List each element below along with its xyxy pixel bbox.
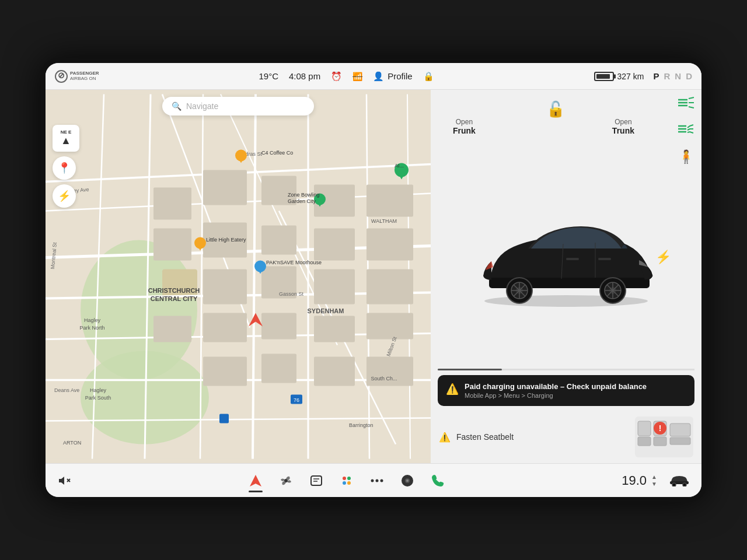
gear-d[interactable]: D	[686, 71, 692, 81]
search-placeholder: Navigate	[186, 102, 218, 111]
svg-rect-41	[366, 270, 413, 304]
car-icon	[669, 473, 690, 487]
alert-subtitle: Mobile App > Menu > Charging	[465, 392, 686, 399]
frunk-open-label: Open	[453, 118, 476, 126]
gear-selector: P R N D	[653, 71, 692, 81]
battery-range: 327 km	[617, 72, 644, 81]
temp-down-arrow[interactable]: ▼	[651, 481, 657, 487]
svg-rect-29	[203, 270, 247, 304]
info-icon	[309, 474, 323, 488]
screen-outer: ⊘ PASSENGER AIRBAG ON 19°C 4:08 pm ⏰ 📶 👤…	[41, 58, 706, 502]
svg-point-131	[375, 479, 378, 482]
airbag-info: ⊘ PASSENGER AIRBAG ON	[55, 70, 99, 83]
mute-button[interactable]	[57, 474, 71, 488]
svg-text:Gasson St: Gasson St	[279, 291, 304, 297]
screen-inner: ⊘ PASSENGER AIRBAG ON 19°C 4:08 pm ⏰ 📶 👤…	[46, 63, 701, 497]
mute-icon	[57, 474, 71, 488]
lock-icon[interactable]: 🔒	[423, 71, 434, 82]
map-svg: CHRISTCHURCH CENTRAL CITY SYDENHAM Hagle…	[46, 90, 431, 463]
car-image-area: ⚡	[431, 153, 701, 369]
svg-marker-118	[59, 477, 64, 485]
svg-text:Garden City: Garden City	[288, 198, 316, 204]
map-wrapper: CHRISTCHURCH CENTRAL CITY SYDENHAM Hagle…	[46, 90, 431, 463]
svg-point-127	[347, 477, 351, 480]
taskbar-left	[57, 474, 71, 488]
alarm-icon: ⏰	[331, 71, 342, 82]
svg-text:C4 Coffee Co: C4 Coffee Co	[261, 150, 293, 156]
svg-rect-22	[203, 170, 247, 205]
svg-rect-108	[566, 258, 579, 260]
svg-text:SYDENHAM: SYDENHAM	[308, 307, 344, 314]
profile-button[interactable]: 👤 Profile	[373, 71, 413, 82]
svg-rect-109	[598, 258, 611, 260]
seat-diagram-svg: !	[635, 416, 693, 457]
headlights-control[interactable]	[678, 97, 694, 111]
phone-icon	[431, 474, 445, 488]
apps-icon	[340, 474, 354, 488]
more-button[interactable]	[370, 478, 384, 483]
car-controls-row: Open Frunk 🔓 Open Trunk	[431, 90, 701, 118]
car-status-icon[interactable]	[669, 473, 690, 489]
svg-rect-37	[261, 354, 296, 383]
gear-r[interactable]: R	[664, 71, 670, 81]
svg-rect-39	[366, 185, 413, 217]
frunk-area: Open Frunk	[453, 118, 476, 135]
alert-title: Paid charging unavailable – Check unpaid…	[465, 382, 686, 391]
camera-button[interactable]	[400, 474, 414, 488]
svg-text:ARTON: ARTON	[63, 440, 81, 446]
svg-text:Park North: Park North	[79, 325, 104, 331]
fan-button[interactable]	[279, 474, 293, 488]
svg-point-129	[347, 481, 351, 485]
seatbelt-warning-text: Fasten Seatbelt	[456, 432, 629, 442]
svg-text:PAK'nSAVE Moorhouse: PAK'nSAVE Moorhouse	[266, 260, 322, 265]
info-button[interactable]	[309, 474, 323, 488]
navigation-button[interactable]	[249, 474, 263, 488]
svg-text:Hagley: Hagley	[90, 387, 107, 393]
svg-rect-110	[638, 421, 651, 436]
airbag-text: PASSENGER AIRBAG ON	[70, 71, 99, 82]
charge-progress-bar	[438, 369, 694, 370]
map-lightning-button[interactable]: ⚡	[53, 184, 76, 208]
charge-port-icon: ⚡	[655, 250, 671, 265]
svg-line-86	[689, 107, 694, 108]
map-location-button[interactable]: 📍	[53, 156, 76, 180]
temp-up-arrow[interactable]: ▲	[651, 474, 657, 480]
trunk-button[interactable]: Trunk	[612, 126, 634, 135]
more-icon	[370, 478, 384, 483]
status-right: 327 km P R N D	[594, 71, 692, 81]
seatbelt-section: ⚠️ Fasten Seatbelt	[431, 411, 701, 463]
svg-text:AI...: AI...	[395, 163, 404, 169]
fan-icon	[279, 474, 293, 488]
svg-rect-42	[366, 313, 413, 340]
trunk-area: Open Trunk	[612, 118, 634, 135]
svg-rect-3	[162, 270, 197, 299]
svg-line-84	[689, 97, 694, 99]
search-bar[interactable]: 🔍 Navigate	[162, 97, 314, 116]
headlights-icon	[678, 97, 694, 108]
svg-rect-43	[366, 357, 413, 386]
charge-progress-fill	[438, 369, 502, 370]
svg-rect-38	[314, 357, 355, 386]
lock-open-icon[interactable]: 🔓	[546, 100, 565, 118]
gear-p[interactable]: P	[653, 71, 659, 81]
svg-rect-79	[219, 414, 229, 424]
time-display: 4:08 pm	[289, 71, 320, 81]
battery-bar	[594, 72, 614, 81]
apps-button[interactable]	[340, 474, 354, 488]
temp-arrows: ▲ ▼	[651, 474, 657, 487]
compass-widget[interactable]: NE E ▲	[53, 125, 79, 152]
frunk-button[interactable]: Frunk	[453, 126, 476, 135]
seat-diagram: !	[635, 416, 693, 457]
svg-text:Hagley: Hagley	[84, 317, 101, 323]
svg-point-130	[371, 479, 374, 482]
svg-text:Little High Eatery: Little High Eatery	[206, 237, 246, 243]
map-section: CHRISTCHURCH CENTRAL CITY SYDENHAM Hagle…	[46, 90, 431, 463]
fog-lights-control[interactable]	[678, 123, 694, 138]
gear-n[interactable]: N	[675, 71, 681, 81]
fog-lights-icon	[678, 123, 694, 135]
svg-rect-31	[314, 270, 355, 304]
compass-arrow: ▲	[61, 135, 71, 147]
phone-button[interactable]	[431, 474, 445, 488]
profile-label: Profile	[388, 71, 413, 81]
taskbar-center	[71, 474, 622, 488]
